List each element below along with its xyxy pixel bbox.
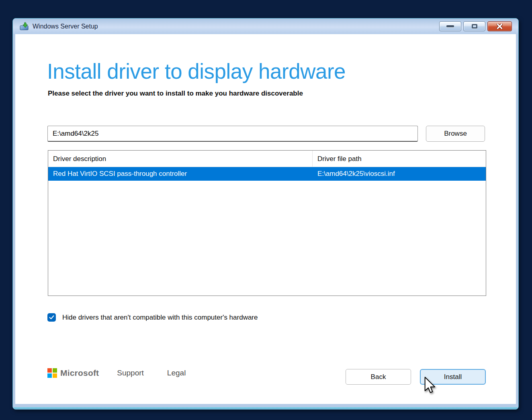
driver-list: Driver description Driver file path Red … (48, 150, 486, 296)
install-button[interactable]: Install (420, 369, 486, 385)
driver-description-cell: Red Hat VirtIO SCSI pass-through control… (48, 170, 313, 178)
window-controls (439, 21, 512, 31)
window-title: Windows Server Setup (33, 23, 98, 30)
setup-app-icon (20, 22, 29, 31)
logo-square-green (53, 368, 57, 373)
hide-incompatible-row: Hide drivers that aren't compatible with… (47, 313, 258, 322)
checkmark-icon (49, 315, 54, 320)
logo-square-yellow (53, 373, 57, 378)
driver-row-selected[interactable]: Red Hat VirtIO SCSI pass-through control… (48, 167, 486, 181)
hide-incompatible-checkbox[interactable] (47, 313, 56, 322)
setup-window: Windows Server Setup Install driver to d… (12, 18, 519, 410)
close-icon (497, 24, 503, 29)
logo-square-red (47, 368, 52, 373)
page-title: Install driver to display hardware (47, 59, 346, 84)
column-header-driver-description[interactable]: Driver description (48, 151, 313, 167)
driver-list-header: Driver description Driver file path (48, 151, 486, 167)
microsoft-logo-icon (47, 368, 57, 378)
maximize-icon (472, 24, 477, 29)
maximize-button[interactable] (463, 21, 485, 31)
support-link[interactable]: Support (117, 369, 144, 377)
desktop-background: Windows Server Setup Install driver to d… (0, 0, 532, 420)
driver-path-input[interactable] (47, 126, 418, 142)
close-button[interactable] (487, 21, 512, 31)
back-button[interactable]: Back (346, 369, 411, 385)
driver-file-path-cell: E:\amd64\2k25\vioscsi.inf (313, 170, 486, 178)
hide-incompatible-label[interactable]: Hide drivers that aren't compatible with… (62, 314, 258, 322)
microsoft-wordmark: Microsoft (60, 368, 99, 378)
minimize-button[interactable] (439, 21, 461, 31)
minimize-icon (446, 25, 454, 27)
setup-content: Install driver to display hardware Pleas… (15, 34, 516, 404)
titlebar[interactable]: Windows Server Setup (13, 18, 518, 34)
logo-square-blue (47, 373, 52, 378)
page-subtitle: Please select the driver you want to ins… (48, 90, 303, 98)
column-header-driver-file-path[interactable]: Driver file path (313, 151, 486, 167)
footer: Microsoft Support Legal (47, 367, 186, 379)
legal-link[interactable]: Legal (167, 369, 186, 377)
browse-button[interactable]: Browse (426, 126, 485, 142)
